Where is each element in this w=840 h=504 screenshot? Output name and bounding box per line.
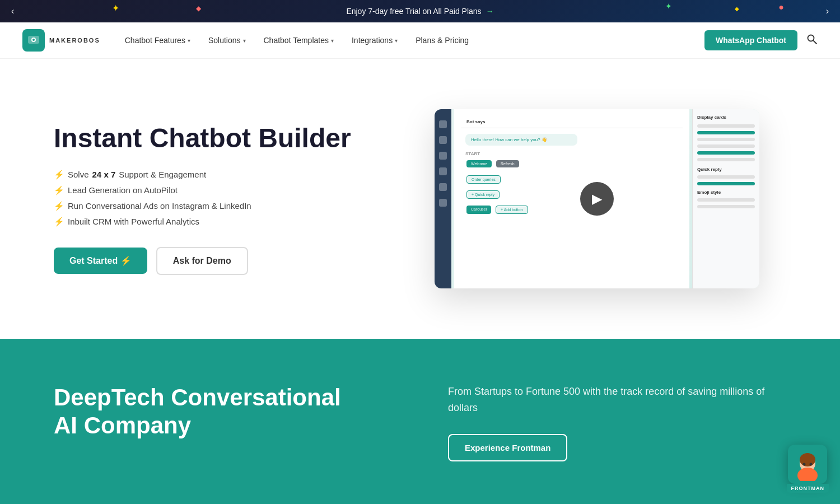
- play-button[interactable]: ▶: [580, 182, 614, 216]
- hero-title: Instant Chatbot Builder: [54, 123, 367, 153]
- nav-plans-pricing[interactable]: Plans & Pricing: [408, 31, 477, 49]
- top-banner: ‹ ✦ ◆ ✦ ◆ ● Enjoy 7-day free Trial on Al…: [0, 0, 840, 22]
- banner-next-button[interactable]: ›: [826, 6, 829, 16]
- hero-features: ⚡ Solve 24 x 7 Support & Engagement ⚡ Le…: [54, 170, 367, 227]
- hero-image: Bot says Hello there! How can we help yo…: [367, 109, 759, 288]
- feature-item-3: ⚡ Run Conversational Ads on Instagram & …: [54, 201, 367, 211]
- frontman-label: FRONTMAN: [787, 484, 829, 493]
- chevron-down-icon: ▾: [331, 38, 334, 44]
- nav-links: Chatbot Features ▾ Solutions ▾ Chatbot T…: [117, 31, 704, 49]
- search-icon[interactable]: [806, 34, 818, 48]
- teal-right: From Startups to Fortune 500 with the tr…: [448, 384, 786, 461]
- logo[interactable]: MAKEROBOS: [22, 29, 100, 52]
- teal-description: From Startups to Fortune 500 with the tr…: [448, 384, 786, 416]
- svg-point-2: [32, 39, 35, 41]
- logo-text: MAKEROBOS: [49, 37, 100, 44]
- hero-buttons: Get Started ⚡ Ask for Demo: [54, 247, 367, 275]
- mockup-play-overlay: ▶: [435, 109, 759, 288]
- chevron-down-icon: ▾: [243, 38, 246, 44]
- chevron-down-icon: ▾: [188, 38, 190, 44]
- hero-content: Instant Chatbot Builder ⚡ Solve 24 x 7 S…: [54, 123, 367, 274]
- hero-mockup: Bot says Hello there! How can we help yo…: [435, 109, 759, 288]
- bolt-icon: ⚡: [54, 217, 64, 227]
- ask-for-demo-button[interactable]: Ask for Demo: [156, 247, 248, 275]
- svg-point-17: [803, 463, 806, 466]
- svg-line-4: [814, 40, 817, 44]
- chevron-down-icon: ▾: [395, 38, 398, 44]
- banner-prev-button[interactable]: ‹: [11, 6, 14, 16]
- get-started-button[interactable]: Get Started ⚡: [54, 248, 147, 274]
- svg-point-18: [810, 463, 813, 466]
- svg-point-16: [800, 453, 815, 466]
- banner-text: Enjoy 7-day free Trial on All Paid Plans: [346, 7, 481, 16]
- svg-point-3: [808, 35, 814, 41]
- bolt-icon: ⚡: [54, 201, 64, 211]
- experience-frontman-button[interactable]: Experience Frontman: [448, 434, 567, 461]
- feature-item-2: ⚡ Lead Generation on AutoPilot: [54, 185, 367, 195]
- bolt-icon: ⚡: [54, 170, 64, 180]
- feature-item-1: ⚡ Solve 24 x 7 Support & Engagement: [54, 170, 367, 180]
- feature-item-4: ⚡ Inbuilt CRM with Powerful Analytics: [54, 217, 367, 227]
- teal-heading: DeepTech ConversationalAI Company: [54, 384, 392, 440]
- frontman-widget[interactable]: FRONTMAN: [787, 445, 829, 493]
- hero-section: Instant Chatbot Builder ⚡ Solve 24 x 7 S…: [0, 59, 840, 339]
- frontman-avatar: [788, 445, 827, 484]
- nav-solutions[interactable]: Solutions ▾: [200, 31, 254, 49]
- teal-section: DeepTech ConversationalAI Company From S…: [0, 339, 840, 504]
- nav-chatbot-features[interactable]: Chatbot Features ▾: [117, 31, 198, 49]
- navbar: MAKEROBOS Chatbot Features ▾ Solutions ▾…: [0, 22, 840, 59]
- nav-chatbot-templates[interactable]: Chatbot Templates ▾: [256, 31, 342, 49]
- banner-arrow: →: [486, 7, 494, 16]
- whatsapp-chatbot-button[interactable]: WhatsApp Chatbot: [704, 30, 797, 50]
- teal-grid: DeepTech ConversationalAI Company From S…: [54, 384, 786, 461]
- nav-integrations[interactable]: Integrations ▾: [344, 31, 405, 49]
- teal-left: DeepTech ConversationalAI Company: [54, 384, 392, 440]
- logo-icon: [22, 29, 45, 52]
- bolt-icon: ⚡: [54, 185, 64, 195]
